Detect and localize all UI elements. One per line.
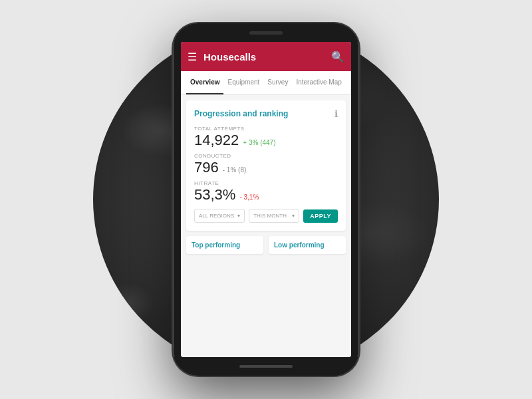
card-header: Progression and ranking ℹ	[194, 108, 338, 119]
month-filter[interactable]: THIS MONTH ▾	[249, 209, 299, 223]
stat-row-attempts: 14,922 + 3% (447)	[194, 133, 338, 148]
tab-interactive-map[interactable]: Interactive Map	[292, 71, 345, 94]
phone-frame: ☰ Housecalls 🔍 Overview Equipment Survey…	[173, 23, 359, 376]
app-header: ☰ Housecalls 🔍	[181, 42, 351, 71]
speaker	[249, 31, 283, 35]
stat-label-attempts: TOTAL ATTEMPTS	[194, 126, 338, 132]
hamburger-icon[interactable]: ☰	[188, 51, 197, 63]
app-title: Housecalls	[203, 51, 331, 63]
tab-overview[interactable]: Overview	[186, 71, 223, 94]
top-performing-card: Top performing	[186, 236, 263, 254]
search-icon[interactable]: 🔍	[331, 51, 344, 63]
stat-change-attempts: + 3% (447)	[243, 139, 275, 146]
month-arrow: ▾	[292, 213, 295, 219]
info-icon[interactable]: ℹ	[334, 108, 338, 119]
apply-button[interactable]: APPLY	[303, 209, 338, 223]
top-performing-title: Top performing	[192, 241, 258, 249]
month-label: THIS MONTH	[253, 213, 287, 219]
filters: ALL REGIONS ▾ THIS MONTH ▾ APPLY	[194, 209, 338, 223]
low-performing-card: Low performing	[269, 236, 346, 254]
card-title: Progression and ranking	[194, 109, 288, 118]
home-indicator	[239, 365, 293, 368]
stat-change-hitrate: - 3,1%	[239, 194, 259, 201]
low-performing-title: Low performing	[274, 241, 340, 249]
region-arrow: ▾	[237, 213, 240, 219]
phone-screen: ☰ Housecalls 🔍 Overview Equipment Survey…	[181, 42, 351, 357]
stat-row-hitrate: 53,3% - 3,1%	[194, 188, 338, 202]
tab-equipment[interactable]: Equipment	[223, 71, 263, 94]
bottom-row: Top performing Low performing	[186, 236, 346, 254]
progression-card: Progression and ranking ℹ TOTAL ATTEMPTS…	[186, 100, 346, 231]
tab-survey[interactable]: Survey	[263, 71, 292, 94]
stat-value-conducted: 796	[194, 160, 219, 175]
stat-total-attempts: TOTAL ATTEMPTS 14,922 + 3% (447)	[194, 126, 338, 148]
phone-bottom	[173, 357, 359, 376]
stat-change-conducted: - 1% (8)	[223, 166, 247, 174]
nav-tabs: Overview Equipment Survey Interactive Ma…	[181, 71, 351, 95]
stat-label-hitrate: HITRATE	[194, 180, 338, 186]
region-label: ALL REGIONS	[199, 213, 234, 219]
region-filter[interactable]: ALL REGIONS ▾	[194, 209, 245, 223]
stat-conducted: CONDUCTED 796 - 1% (8)	[194, 153, 338, 175]
stat-label-conducted: CONDUCTED	[194, 153, 338, 159]
content-area: Progression and ranking ℹ TOTAL ATTEMPTS…	[181, 95, 351, 357]
phone-top-bar	[173, 23, 359, 42]
stat-hitrate: HITRATE 53,3% - 3,1%	[194, 180, 338, 202]
stat-value-attempts: 14,922	[194, 133, 239, 148]
stat-value-hitrate: 53,3%	[194, 188, 235, 202]
stat-row-conducted: 796 - 1% (8)	[194, 160, 338, 175]
